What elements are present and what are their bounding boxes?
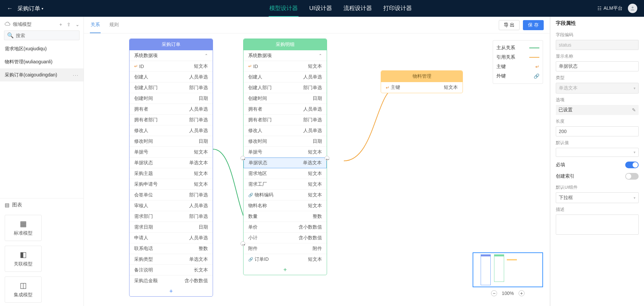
port[interactable]: → bbox=[240, 156, 245, 161]
card-integration-model[interactable]: ◫集成模型 bbox=[5, 277, 42, 303]
ui-select[interactable]: 下拉框▾ bbox=[556, 192, 639, 203]
field-row[interactable]: 修改时间日期 bbox=[244, 136, 327, 147]
upload-icon[interactable]: ⇪ bbox=[67, 22, 71, 27]
required-toggle[interactable] bbox=[625, 162, 639, 168]
field-row[interactable]: 采购类型单选文本 bbox=[129, 254, 213, 265]
field-row[interactable]: ↵主键 短文本 bbox=[381, 82, 463, 93]
field-row[interactable]: 物料名称短文本 bbox=[244, 200, 327, 211]
port[interactable]: ← bbox=[325, 156, 329, 161]
field-row[interactable]: 单据状态单选文本 bbox=[244, 158, 327, 168]
zoom-in-button[interactable]: + bbox=[519, 290, 525, 296]
canvas[interactable]: 采购订单 系统数据项⌃ ↵ID短文本创建人人员单选创建人部门部门单选创建时间日期… bbox=[84, 34, 550, 306]
field-row[interactable]: 创建时间日期 bbox=[244, 93, 327, 104]
label-length: 长度 bbox=[556, 118, 639, 124]
field-row[interactable]: 备注说明长文本 bbox=[129, 265, 213, 276]
relation-icon: ◧ bbox=[20, 250, 27, 259]
default-select[interactable]: ▾ bbox=[556, 148, 639, 157]
type-select: 单选文本▾ bbox=[556, 83, 639, 94]
field-row[interactable]: 修改人人员单选 bbox=[129, 125, 213, 136]
index-toggle[interactable] bbox=[625, 173, 639, 180]
card-standard-model[interactable]: ▦标准模型 bbox=[5, 215, 42, 241]
field-row[interactable]: 需求部门部门单选 bbox=[129, 211, 213, 222]
page-title[interactable]: 采购订单▾ bbox=[17, 5, 43, 12]
minimap-view[interactable] bbox=[473, 252, 543, 287]
field-row[interactable]: 创建人人员单选 bbox=[129, 72, 213, 82]
search-input[interactable]: 🔍 bbox=[4, 30, 79, 40]
export-button[interactable]: 导 出 bbox=[499, 20, 520, 30]
field-row[interactable]: 创建人人员单选 bbox=[244, 72, 327, 82]
add-field-button[interactable]: + bbox=[129, 286, 213, 296]
field-row[interactable]: 附件附件 bbox=[244, 243, 327, 254]
sidebar-item[interactable]: 采购订单(caigoudingdan)··· bbox=[0, 68, 84, 81]
field-row[interactable]: 小计含小数数值 bbox=[244, 233, 327, 243]
field-row[interactable]: 拥有者人员单选 bbox=[129, 104, 213, 115]
field-row[interactable]: 创建人部门部门单选 bbox=[244, 82, 327, 93]
tab-flow-designer[interactable]: 流程设计器 bbox=[343, 0, 373, 17]
back-icon[interactable]: ← bbox=[7, 5, 13, 12]
entity-section-header[interactable]: 系统数据项⌃ bbox=[244, 50, 327, 61]
field-row[interactable]: 单据号短文本 bbox=[129, 147, 213, 158]
desc-textarea[interactable] bbox=[556, 215, 639, 235]
field-row[interactable]: 拥有者部门部门单选 bbox=[129, 115, 213, 125]
field-row[interactable]: 单价含小数数值 bbox=[244, 222, 327, 233]
field-row[interactable]: 修改时间日期 bbox=[129, 136, 213, 147]
field-row[interactable]: 数量整数 bbox=[244, 211, 327, 222]
field-row[interactable]: 单据号短文本 bbox=[244, 147, 327, 158]
tab-relation[interactable]: 关系 bbox=[90, 17, 101, 33]
edit-icon[interactable]: ✎ bbox=[632, 107, 636, 113]
label-options: 选项 bbox=[556, 97, 639, 103]
entity-purchase-order[interactable]: 采购订单 系统数据项⌃ ↵ID短文本创建人人员单选创建人部门部门单选创建时间日期… bbox=[129, 39, 213, 297]
port[interactable]: → bbox=[240, 241, 245, 246]
field-row[interactable]: 采购申请号短文本 bbox=[129, 179, 213, 190]
entity-section-header[interactable]: 系统数据项⌃ bbox=[129, 50, 213, 61]
legend: 主从关系 引用关系 主键↵ 外键🔗 bbox=[493, 40, 543, 84]
field-row[interactable]: 🔗订单ID短文本 bbox=[244, 254, 327, 265]
length-input[interactable] bbox=[556, 126, 639, 136]
sidebar-item[interactable]: 需求地区(xuqiudiqu) bbox=[0, 42, 84, 55]
display-name-input[interactable] bbox=[556, 61, 639, 71]
sidebar-title: 领域模型 bbox=[13, 21, 32, 27]
entity-purchase-detail[interactable]: 采购明细 系统数据项⌃ ↵ID短文本创建人人员单选创建人部门部门单选创建时间日期… bbox=[243, 39, 327, 275]
field-row[interactable]: 修改人人员单选 bbox=[244, 125, 327, 136]
label-desc: 描述 bbox=[556, 206, 639, 212]
zoom-out-button[interactable]: − bbox=[491, 290, 497, 296]
field-row[interactable]: 申请人人员单选 bbox=[129, 233, 213, 243]
field-row[interactable]: 会签单位部门单选 bbox=[129, 190, 213, 200]
field-row[interactable]: 联系电话整数 bbox=[129, 243, 213, 254]
more-icon[interactable]: ··· bbox=[73, 72, 79, 78]
field-row[interactable]: 采购总金额含小数数值 bbox=[129, 276, 213, 286]
caret-down-icon: ▾ bbox=[634, 196, 636, 200]
field-row[interactable]: 创建时间日期 bbox=[129, 93, 213, 104]
center-area: 关系 规则 导 出 保 存 采购订单 系统数据项⌃ ↵ID短文本创建人人员单选创… bbox=[84, 17, 550, 306]
field-row[interactable]: 拥有者人员单选 bbox=[244, 104, 327, 115]
avatar[interactable] bbox=[628, 4, 637, 13]
field-row[interactable]: 创建人部门部门单选 bbox=[129, 82, 213, 93]
field-row[interactable]: 需求地区短文本 bbox=[244, 168, 327, 179]
entity-material[interactable]: 物料管理 ↵主键 短文本 bbox=[381, 70, 463, 93]
field-row[interactable]: 审核人人员单选 bbox=[129, 200, 213, 211]
chevron-down-icon[interactable]: ⌄ bbox=[75, 22, 79, 27]
platform-link[interactable]: ☷ ALM平台 bbox=[597, 5, 623, 11]
add-field-button[interactable]: + bbox=[244, 265, 327, 275]
tab-rule[interactable]: 规则 bbox=[109, 17, 119, 33]
field-row[interactable]: 单据状态单选文本 bbox=[129, 158, 213, 168]
options-cell[interactable]: 已设置✎ bbox=[556, 105, 639, 115]
field-row[interactable]: ↵ID短文本 bbox=[244, 61, 327, 72]
field-row[interactable]: 拥有者部门部门单选 bbox=[244, 115, 327, 125]
tab-model-designer[interactable]: 模型设计器 bbox=[269, 0, 299, 17]
field-row[interactable]: 🔗物料编码短文本 bbox=[244, 190, 327, 200]
header-tabs: 模型设计器 UI设计器 流程设计器 打印设计器 bbox=[84, 0, 597, 17]
pk-icon: ↵ bbox=[535, 64, 539, 69]
field-row[interactable]: 需求工厂短文本 bbox=[244, 179, 327, 190]
tab-print-designer[interactable]: 打印设计器 bbox=[383, 0, 413, 17]
sidebar-item[interactable]: 物料管理(wuliaoguanli) bbox=[0, 55, 84, 68]
label-ui: 默认UI组件 bbox=[556, 184, 639, 190]
save-button[interactable]: 保 存 bbox=[523, 20, 544, 30]
field-row[interactable]: ↵ID短文本 bbox=[129, 61, 213, 72]
field-row[interactable]: 采购主题短文本 bbox=[129, 168, 213, 179]
field-row[interactable]: 需求日期日期 bbox=[129, 222, 213, 233]
pk-icon: ↵ bbox=[134, 64, 138, 69]
add-icon[interactable]: + bbox=[59, 22, 62, 27]
tab-ui-designer[interactable]: UI设计器 bbox=[309, 0, 333, 17]
card-relation-model[interactable]: ◧关联模型 bbox=[5, 246, 42, 272]
